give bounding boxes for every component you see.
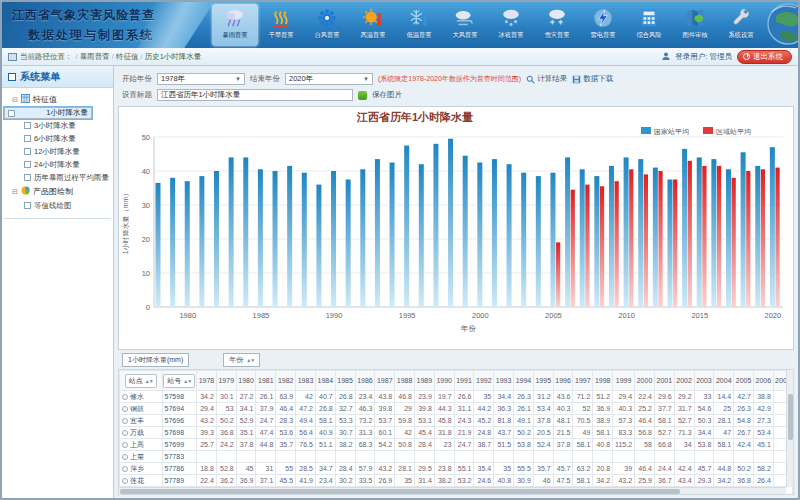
table-row: 上栗57783 <box>120 451 793 463</box>
col-year[interactable]: 1989 <box>414 371 434 391</box>
station-cell[interactable]: 宜丰 <box>120 415 163 427</box>
sidebar-group-1[interactable]: ⊟特征值 <box>4 92 111 107</box>
value-cell: 37.8 <box>533 415 553 427</box>
sidebar-item-12小时降水量[interactable]: 12小时降水量 <box>4 145 111 158</box>
col-year[interactable]: 1984 <box>315 371 335 391</box>
save-image-button[interactable]: 保存图片 <box>372 90 402 100</box>
radio-icon[interactable] <box>122 478 128 484</box>
value-cell <box>553 451 573 463</box>
col-year[interactable]: 1985 <box>335 371 355 391</box>
col-year[interactable]: 2006 <box>753 371 773 391</box>
radio-icon[interactable] <box>122 394 128 400</box>
radio-icon[interactable] <box>122 442 128 448</box>
col-year[interactable]: 2004 <box>714 371 734 391</box>
vertical-scrollbar[interactable] <box>786 370 793 487</box>
station-cell[interactable]: 萍乡 <box>120 463 163 475</box>
chart-title-input[interactable] <box>157 89 353 101</box>
value-cell: 40.7 <box>315 391 335 403</box>
col-year[interactable]: 1990 <box>434 371 454 391</box>
nav-item-6[interactable]: 大风普查 <box>442 4 488 46</box>
station-cell[interactable]: 莲花 <box>120 475 163 487</box>
breadcrumb-segment[interactable]: 特征值 <box>116 52 139 61</box>
radio-icon[interactable] <box>122 466 128 472</box>
nav-item-11[interactable]: 图件审核 <box>672 4 718 46</box>
col-year[interactable]: 1996 <box>553 371 573 391</box>
col-year[interactable]: 1980 <box>236 371 256 391</box>
col-year[interactable]: 1978 <box>197 371 217 391</box>
station-cell[interactable]: 上高 <box>120 439 163 451</box>
nav-item-10[interactable]: 综合风险 <box>626 4 672 46</box>
col-year[interactable]: 1998 <box>593 371 613 391</box>
col-year[interactable]: 1995 <box>533 371 553 391</box>
nav-item-7[interactable]: 冰雹普查 <box>488 4 534 46</box>
download-button[interactable]: 数据下载 <box>572 74 613 84</box>
radio-icon[interactable] <box>122 454 128 460</box>
nav-item-2[interactable]: 干旱普查 <box>258 4 304 46</box>
horizontal-scrollbar[interactable] <box>119 487 786 494</box>
value-cell: 73.2 <box>355 415 375 427</box>
station-cell[interactable]: 修水 <box>120 391 163 403</box>
col-year[interactable]: 2003 <box>694 371 714 391</box>
col-year[interactable]: 1991 <box>454 371 474 391</box>
sidebar-group-2[interactable]: ⊟产品图绘制 <box>4 184 111 199</box>
logout-button[interactable]: 退出系统 <box>737 50 792 64</box>
radio-icon[interactable] <box>122 430 128 436</box>
col-year[interactable]: 1981 <box>256 371 276 391</box>
radio-icon[interactable] <box>122 406 128 412</box>
value-cell: 49.1 <box>514 415 534 427</box>
sidebar-item-24小时降水量[interactable]: 24小时降水量 <box>4 158 111 171</box>
start-year-select[interactable]: 1978年▼ <box>157 73 245 85</box>
station-cell[interactable]: 上栗 <box>120 451 163 463</box>
col-year[interactable]: 1994 <box>514 371 534 391</box>
sidebar-item-1小时降水量[interactable]: 1小时降水量 <box>4 107 92 119</box>
col-station-id[interactable]: 站号 ▲▼ <box>162 371 196 391</box>
col-station[interactable]: 站点 ▲▼ <box>120 371 163 391</box>
value-cell: 49 <box>573 427 593 439</box>
col-year[interactable]: 1988 <box>395 371 415 391</box>
nav-item-9[interactable]: 雷电普查 <box>580 4 626 46</box>
col-year[interactable]: 1982 <box>276 371 296 391</box>
station-cell[interactable]: 万载 <box>120 427 163 439</box>
value-cell: 47.5 <box>553 475 573 487</box>
breadcrumb-segment[interactable]: 历史1小时降水量 <box>145 52 202 61</box>
col-year[interactable]: 1986 <box>355 371 375 391</box>
station-cell[interactable]: 铜鼓 <box>120 403 163 415</box>
col-year[interactable]: 2000 <box>635 371 655 391</box>
col-year[interactable]: 2001 <box>654 371 674 391</box>
nav-item-8[interactable]: 雪灾普查 <box>534 4 580 46</box>
value-cell: 71.3 <box>674 427 694 439</box>
col-year[interactable]: 2002 <box>674 371 694 391</box>
sidebar-item-3小时降水量[interactable]: 3小时降水量 <box>4 119 111 132</box>
end-year-select[interactable]: 2020年▼ <box>285 73 373 85</box>
year-sort-selector[interactable]: 年份▲▼ <box>223 353 260 367</box>
svg-text:区域站平均: 区域站平均 <box>716 128 751 136</box>
radio-icon[interactable] <box>122 418 128 424</box>
sidebar-item-6小时降水量[interactable]: 6小时降水量 <box>4 132 111 145</box>
col-year[interactable]: 1999 <box>613 371 635 391</box>
value-cell: 20.5 <box>533 427 553 439</box>
nav-item-4[interactable]: 高温普查 <box>350 4 396 46</box>
value-cell <box>434 451 454 463</box>
sidebar-item-等值线绘图[interactable]: 等值线绘图 <box>4 199 111 212</box>
col-year[interactable]: 1987 <box>375 371 395 391</box>
col-year[interactable]: 1993 <box>494 371 514 391</box>
value-cell: 58.1 <box>573 439 593 451</box>
value-cell: 38.9 <box>593 415 613 427</box>
breadcrumb-segment[interactable]: 暴雨普查 <box>80 52 110 61</box>
nav-item-5[interactable]: 低温普查 <box>396 4 442 46</box>
nav-item-3[interactable]: 台风普查 <box>304 4 350 46</box>
calculate-button[interactable]: 计算结果 <box>526 74 567 84</box>
value-cell: 35.7 <box>533 463 553 475</box>
value-cell: 35.7 <box>276 439 296 451</box>
sidebar-item-历年暴雨过程平均雨量[interactable]: 历年暴雨过程平均雨量 <box>4 171 111 184</box>
col-year[interactable]: 1983 <box>296 371 316 391</box>
value-cell: 23.4 <box>315 475 335 487</box>
metric-selector[interactable]: 1小时降水量(mm) <box>122 353 189 367</box>
col-year[interactable]: 1997 <box>573 371 593 391</box>
col-year[interactable]: 1992 <box>474 371 494 391</box>
value-cell: 58.2 <box>753 463 773 475</box>
col-year[interactable]: 2005 <box>734 371 754 391</box>
nav-item-1[interactable]: 暴雨普查 <box>212 4 258 46</box>
col-year[interactable]: 1979 <box>216 371 236 391</box>
value-cell: 24.7 <box>454 439 474 451</box>
